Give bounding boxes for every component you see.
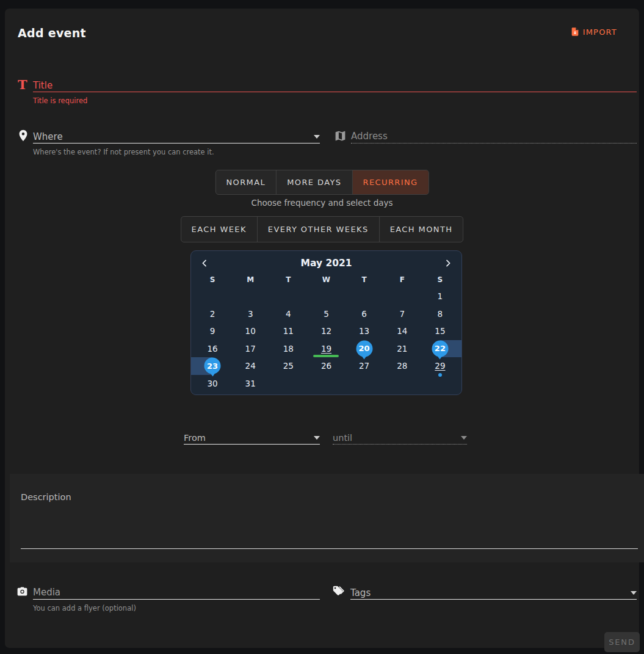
day-number: 7 bbox=[399, 309, 405, 319]
location-pin-icon bbox=[16, 129, 30, 142]
day-number: 12 bbox=[321, 326, 331, 336]
calendar-day-17[interactable]: 17 bbox=[231, 340, 269, 358]
day-number: 10 bbox=[245, 326, 256, 336]
import-label: IMPORT bbox=[583, 27, 617, 37]
send-button[interactable]: SEND bbox=[604, 632, 640, 652]
day-number: 21 bbox=[397, 344, 407, 354]
day-number: 24 bbox=[245, 361, 256, 371]
calendar-day-13[interactable]: 13 bbox=[346, 322, 383, 340]
title-placeholder: Title bbox=[33, 80, 52, 91]
day-number: 3 bbox=[248, 309, 253, 319]
description-placeholder: Description bbox=[21, 492, 71, 502]
tab-every-other-weeks[interactable]: EVERY OTHER WEEKS bbox=[258, 217, 380, 242]
calendar-day-11[interactable]: 11 bbox=[269, 322, 307, 340]
add-event-page: Add event IMPORT T Title Title is requir… bbox=[0, 0, 644, 654]
calendar-day-15[interactable]: 15 bbox=[421, 322, 459, 340]
calendar-day-4[interactable]: 4 bbox=[269, 305, 307, 323]
where-select[interactable]: Where bbox=[33, 130, 320, 144]
calendar-day-7[interactable]: 7 bbox=[383, 305, 421, 323]
weekday-header: M bbox=[231, 275, 269, 288]
address-input[interactable]: Address bbox=[351, 130, 637, 144]
calendar-day-19[interactable]: 19 bbox=[307, 340, 345, 358]
description-section: Description bbox=[10, 474, 644, 562]
calendar-header: May 2021 bbox=[191, 251, 461, 275]
title-error-text: Title is required bbox=[33, 96, 87, 105]
calendar-day-2[interactable]: 2 bbox=[194, 305, 231, 323]
calendar-day-21[interactable]: 21 bbox=[383, 340, 421, 358]
day-number: 19 bbox=[321, 344, 331, 354]
media-input[interactable]: Media bbox=[33, 586, 320, 600]
weekday-header: F bbox=[383, 275, 421, 288]
tags-placeholder: Tags bbox=[350, 587, 371, 598]
chevron-down-icon bbox=[461, 436, 467, 440]
calendar-day-25[interactable]: 25 bbox=[269, 357, 307, 375]
day-number: 16 bbox=[207, 344, 217, 354]
media-placeholder: Media bbox=[33, 587, 60, 598]
calendar-day-6[interactable]: 6 bbox=[346, 305, 383, 323]
day-number: 18 bbox=[283, 344, 294, 354]
calendar-day-empty bbox=[346, 375, 383, 393]
calendar-day-empty bbox=[269, 288, 307, 305]
weekday-header: T bbox=[269, 275, 307, 288]
calendar-prev-button[interactable] bbox=[199, 258, 210, 269]
day-number: 6 bbox=[361, 309, 367, 319]
calendar-day-18[interactable]: 18 bbox=[269, 340, 307, 358]
where-placeholder: Where bbox=[33, 131, 63, 142]
calendar-day-14[interactable]: 14 bbox=[383, 322, 421, 340]
tab-recurring[interactable]: RECURRING bbox=[352, 170, 428, 194]
tab-normal[interactable]: NORMAL bbox=[215, 170, 277, 194]
day-number: 27 bbox=[359, 361, 369, 371]
calendar-day-16[interactable]: 16 bbox=[194, 340, 231, 358]
day-number: 9 bbox=[210, 326, 215, 336]
calendar-day-1[interactable]: 1 bbox=[421, 288, 459, 305]
title-input[interactable]: Title bbox=[33, 79, 637, 92]
calendar-day-24[interactable]: 24 bbox=[231, 357, 269, 375]
calendar-day-20[interactable]: 20 bbox=[346, 340, 383, 358]
page-title: Add event bbox=[18, 26, 86, 40]
tab-more-days[interactable]: MORE DAYS bbox=[277, 170, 352, 194]
calendar-day-empty bbox=[421, 375, 459, 393]
add-event-card: Add event IMPORT T Title Title is requir… bbox=[5, 9, 639, 648]
calendar-day-22[interactable]: 22 bbox=[421, 340, 459, 358]
camera-icon bbox=[16, 585, 29, 598]
calendar-day-29[interactable]: 29 bbox=[421, 357, 459, 375]
calendar-day-12[interactable]: 12 bbox=[307, 322, 345, 340]
calendar-day-10[interactable]: 10 bbox=[231, 322, 269, 340]
tags-icon bbox=[332, 585, 346, 598]
frequency-tab-group: EACH WEEK EVERY OTHER WEEKS EACH MONTH bbox=[181, 216, 464, 242]
calendar-day-23[interactable]: 23 bbox=[194, 357, 231, 375]
import-button[interactable]: IMPORT bbox=[570, 27, 617, 37]
description-textarea[interactable] bbox=[21, 548, 638, 549]
calendar-day-26[interactable]: 26 bbox=[307, 357, 345, 375]
calendar-day-31[interactable]: 31 bbox=[231, 375, 269, 393]
tab-each-week[interactable]: EACH WEEK bbox=[181, 217, 258, 242]
calendar-day-5[interactable]: 5 bbox=[307, 305, 345, 323]
day-number: 17 bbox=[245, 344, 256, 354]
calendar-next-button[interactable] bbox=[443, 258, 454, 269]
address-placeholder: Address bbox=[351, 131, 388, 142]
calendar-day-empty bbox=[194, 288, 231, 305]
calendar-weekday-row: SMTWTFS bbox=[191, 275, 461, 288]
weekday-header: W bbox=[307, 275, 345, 288]
calendar-day-9[interactable]: 9 bbox=[194, 322, 231, 340]
calendar-day-27[interactable]: 27 bbox=[346, 357, 383, 375]
tab-each-month[interactable]: EACH MONTH bbox=[380, 217, 463, 242]
day-number: 22 bbox=[435, 344, 446, 353]
until-placeholder: until bbox=[333, 433, 352, 443]
day-number: 1 bbox=[438, 291, 443, 301]
tags-select[interactable]: Tags bbox=[350, 586, 637, 600]
calendar-day-30[interactable]: 30 bbox=[194, 375, 231, 393]
calendar-day-empty bbox=[346, 288, 383, 305]
calendar-day-3[interactable]: 3 bbox=[231, 305, 269, 323]
calendar-day-8[interactable]: 8 bbox=[421, 305, 459, 323]
day-number: 14 bbox=[397, 326, 407, 336]
file-download-icon bbox=[570, 27, 580, 37]
day-number: 15 bbox=[435, 326, 445, 336]
from-placeholder: From bbox=[184, 433, 206, 443]
until-time-select[interactable]: until bbox=[333, 431, 467, 445]
from-time-select[interactable]: From bbox=[184, 431, 320, 445]
calendar-grid: 1234567891011121314151617181920212223242… bbox=[191, 288, 461, 392]
event-dot bbox=[438, 373, 442, 377]
calendar-day-28[interactable]: 28 bbox=[383, 357, 421, 375]
media-helper-text: You can add a flyer (optional) bbox=[33, 604, 136, 612]
